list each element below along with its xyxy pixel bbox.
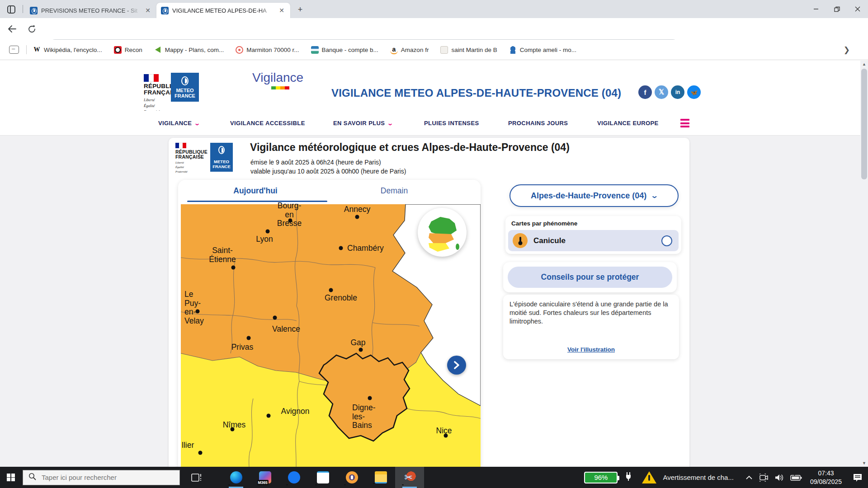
france-overview-inset[interactable] <box>418 208 467 257</box>
nav-vigilance[interactable]: VIGILANCE⌄ <box>158 111 200 136</box>
bookmarks-overflow-chevron-icon[interactable]: ❯ <box>844 45 850 55</box>
app-icon <box>230 471 242 483</box>
search-input[interactable] <box>41 473 163 482</box>
bookmark-mappy[interactable]: Mappy - Plans, com... <box>154 46 224 54</box>
bookmark-amazon[interactable]: a Amazon fr <box>390 46 429 54</box>
bookmark-saint-martin[interactable]: saint Martin de B <box>440 46 497 54</box>
battery-percent-widget[interactable]: 96% <box>584 472 618 483</box>
bookmark-marmiton[interactable]: Marmiton 70000 r... <box>236 46 299 54</box>
taskbar-app-m365[interactable]: M365 <box>250 467 279 488</box>
browser-toolbar: https://vigilance.meteofrance.fr/fr/alpe… <box>0 18 868 40</box>
nav-en-savoir-plus[interactable]: EN SAVOIR PLUS⌄ <box>333 111 393 136</box>
tab-vigilance-meteo[interactable]: VIGILANCE METEO ALPES-DE-HA ✕ <box>156 3 290 18</box>
browser-viewport: RÉPUBLIQUEFRANÇAISE Liberté Égalité Frat… <box>0 61 860 467</box>
scrollbar-thumb[interactable] <box>861 69 867 179</box>
bookmark-recon[interactable]: Recon <box>114 46 142 54</box>
city-label: Grenoble <box>325 294 357 303</box>
desktop: RÉPUBLIQUEFRANÇAISE Liberté Égalité Frat… <box>0 0 868 488</box>
next-map-button[interactable] <box>447 356 466 375</box>
heat-warning-icon[interactable] <box>642 471 656 483</box>
new-tab-button[interactable]: + <box>295 4 306 15</box>
close-window-button[interactable] <box>847 0 868 18</box>
meteo-france-favicon <box>30 7 38 14</box>
bluesky-icon[interactable]: 🦋 <box>687 85 701 99</box>
taskbar-app-avast[interactable] <box>337 467 366 488</box>
app-icon <box>375 471 387 483</box>
taskbar-app-store[interactable] <box>308 467 337 488</box>
chevron-down-icon: ⌄ <box>194 120 201 127</box>
linkedin-icon[interactable]: in <box>671 85 684 99</box>
nav-pluies-intenses[interactable]: PLUIES INTENSES⌄ <box>424 111 479 136</box>
window-controls <box>806 0 868 18</box>
city-label: llier <box>182 441 194 450</box>
close-tab-icon[interactable]: ✕ <box>278 6 286 14</box>
page-scrollbar[interactable]: ▲ ▼ <box>860 61 868 467</box>
french-flag-icon <box>175 143 208 148</box>
camera-in-use-icon[interactable] <box>759 474 769 482</box>
active-tab-underline <box>187 201 327 202</box>
city-dot <box>198 451 203 455</box>
clock[interactable]: 07:43 09/08/2025 <box>810 469 842 486</box>
restore-button[interactable] <box>826 0 847 18</box>
city-label: Bourg-en Bresse <box>277 202 302 228</box>
nav-vigilance-accessible[interactable]: VIGILANCE ACCESSIBLE⌄ <box>230 111 305 136</box>
x-twitter-icon[interactable]: 𝕏 <box>655 85 668 99</box>
tab-demain[interactable]: Demain <box>349 186 439 196</box>
taskbar-search[interactable] <box>23 470 180 485</box>
bookmark-favicon <box>154 46 162 54</box>
app-badge <box>402 484 404 485</box>
collapse-sidebar-icon[interactable] <box>9 46 19 54</box>
tab-strip: PREVISIONS METEO FRANCE - Sit ✕ VIGILANC… <box>0 0 868 18</box>
republique-francaise-logo-small: RÉPUBLIQUEFRANÇAISE Liberté Égalité Frat… <box>175 143 208 174</box>
battery-tray-icon[interactable] <box>790 474 802 481</box>
vigilance-map[interactable]: Bourg-en Bresse Annecy Lyon Chambéry <box>181 204 481 467</box>
bookmark-wikipedia[interactable]: W Wikipédia, l'encyclo... <box>33 46 102 54</box>
tab-previsions-meteo[interactable]: PREVISIONS METEO FRANCE - Sit ✕ <box>25 3 156 18</box>
bookmark-favicon <box>440 46 448 54</box>
scroll-up-icon[interactable]: ▲ <box>860 61 868 68</box>
tray-chevron-up-icon[interactable] <box>745 475 753 480</box>
close-tab-icon[interactable]: ✕ <box>144 6 152 14</box>
start-button[interactable] <box>0 467 22 488</box>
city-dot <box>339 246 343 250</box>
illustration-link[interactable]: Voir l'illustration <box>503 346 679 353</box>
refresh-icon[interactable] <box>25 23 38 35</box>
tab-actions-icon[interactable] <box>5 4 17 15</box>
divider <box>23 5 23 13</box>
scroll-down-icon[interactable]: ▼ <box>860 460 868 467</box>
city-label: Chambéry <box>347 244 384 253</box>
bulletin-issued: émise le 9 août 2025 à 06h24 (heure de P… <box>250 159 381 166</box>
taskbar-app-facebook[interactable] <box>279 467 308 488</box>
taskbar-app-edge[interactable] <box>222 467 250 488</box>
nav-prochains-jours[interactable]: PROCHAINS JOURS⌄ <box>508 111 568 136</box>
back-icon[interactable] <box>5 23 18 35</box>
taskbar-app-snipping[interactable] <box>395 467 424 488</box>
nav-vigilance-europe[interactable]: VIGILANCE EUROPE⌄ <box>597 111 659 136</box>
bookmark-favicon <box>114 46 122 54</box>
taskbar-app-explorer[interactable] <box>366 467 395 488</box>
city-dot <box>359 348 363 352</box>
minimize-button[interactable] <box>806 0 826 18</box>
bookmark-banque[interactable]: Banque - compte b... <box>311 46 378 54</box>
app-icon <box>317 471 329 483</box>
system-tray <box>745 474 802 482</box>
task-view-icon[interactable] <box>186 467 207 488</box>
app-badge <box>228 484 230 485</box>
heat-alert-text[interactable]: Avertissement de cha... <box>663 474 733 481</box>
volume-icon[interactable] <box>774 474 784 482</box>
tab-aujourdhui[interactable]: Aujourd'hui <box>210 186 301 196</box>
vigilance-wordmark[interactable]: Vigilance <box>252 70 303 85</box>
facebook-icon[interactable]: f <box>638 85 652 99</box>
department-selector[interactable]: Alpes-de-Haute-Provence (04) ⌄ <box>509 184 679 207</box>
action-center-icon[interactable] <box>847 467 868 488</box>
bookmark-favicon <box>311 46 319 54</box>
phenomenon-canicule-row[interactable]: Canicule <box>508 230 679 251</box>
menu-hamburger-icon[interactable] <box>680 119 689 127</box>
city-label: Nîmes <box>223 421 246 430</box>
phenomenon-radio[interactable] <box>661 235 672 246</box>
meteo-france-logo: METEOFRANCE <box>171 73 199 102</box>
city-dot <box>247 336 251 340</box>
advice-button[interactable]: Conseils pour se protéger <box>508 267 672 288</box>
date: 09/08/2025 <box>810 478 842 486</box>
bookmark-ameli[interactable]: Compte ameli - mo... <box>509 46 576 54</box>
